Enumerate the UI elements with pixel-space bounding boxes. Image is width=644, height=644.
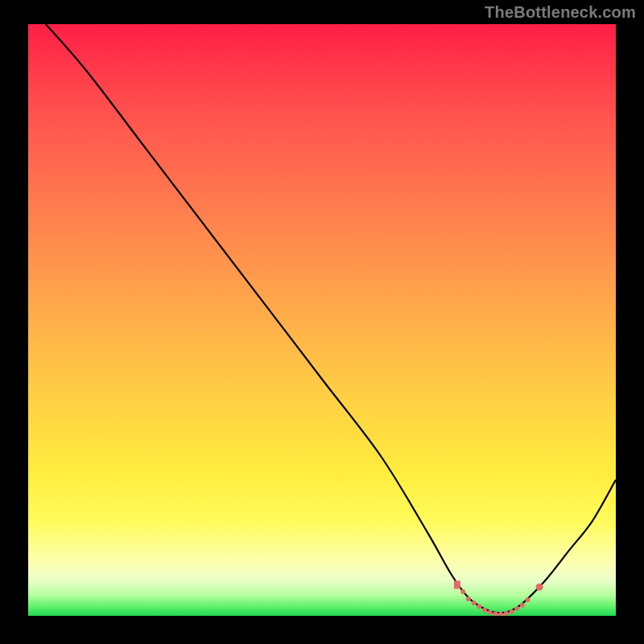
bottleneck-curve-line: [46, 24, 616, 613]
optimal-dot: [472, 601, 477, 605]
optimal-dot: [466, 597, 471, 601]
plot-area: [28, 24, 616, 616]
optimal-dot: [504, 611, 509, 616]
optimal-dot: [488, 610, 493, 615]
optimal-dot: [509, 609, 514, 614]
optimal-dot: [482, 608, 487, 613]
optimal-dot: [514, 606, 519, 611]
optimal-dot: [526, 597, 530, 602]
optimal-dot: [520, 603, 525, 608]
optimal-end-marker: [536, 584, 543, 591]
chart-svg: [28, 24, 616, 616]
optimal-start-marker: [454, 580, 460, 588]
watermark-text: TheBottleneck.com: [485, 3, 636, 22]
chart-container: TheBottleneck.com: [0, 0, 644, 644]
optimal-range-markers: [454, 580, 543, 616]
optimal-dot: [460, 589, 465, 594]
optimal-dot: [477, 605, 481, 609]
